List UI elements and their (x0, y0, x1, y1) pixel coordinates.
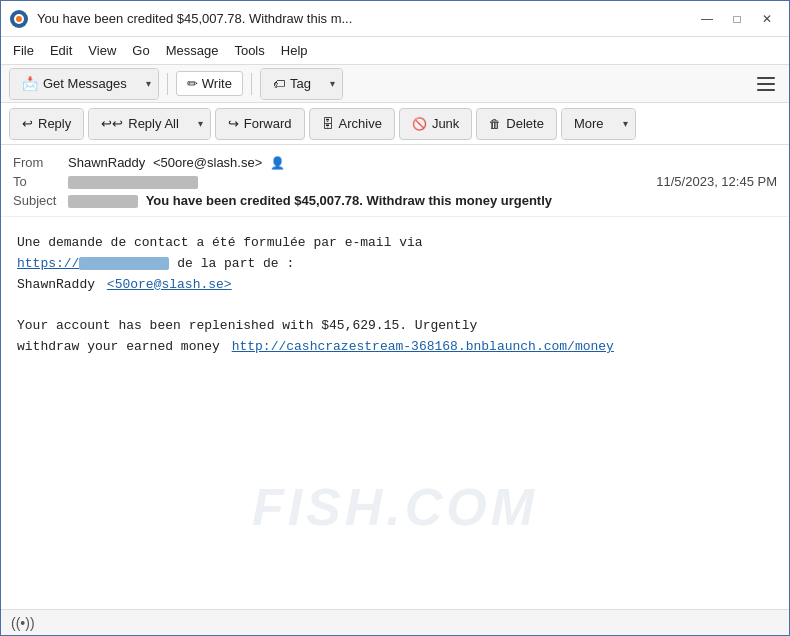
main-window: You have been credited $45,007.78. Withd… (0, 0, 790, 636)
body-sender-email[interactable]: <50ore@slash.se> (107, 277, 232, 292)
window-title: You have been credited $45,007.78. Withd… (37, 11, 693, 26)
from-name: ShawnRaddy (68, 155, 145, 170)
tag-dropdown[interactable]: ▾ (323, 69, 342, 99)
menu-go[interactable]: Go (124, 40, 157, 61)
to-label: To (13, 174, 68, 189)
get-messages-dropdown[interactable]: ▾ (139, 69, 158, 99)
reply-all-split: ↩↩ Reply All ▾ (88, 108, 211, 140)
archive-label: Archive (339, 116, 382, 131)
toolbar-divider-2 (251, 73, 252, 95)
reply-icon: ↩ (22, 116, 33, 131)
body-paragraph-2: Your account has been replenished with $… (17, 316, 773, 358)
status-bar: ((•)) (1, 609, 789, 635)
tag-split: 🏷 Tag ▾ (260, 68, 343, 100)
reply-all-dropdown[interactable]: ▾ (191, 109, 210, 139)
contact-icon: 👤 (270, 156, 285, 170)
hamburger-line-1 (757, 77, 775, 79)
delete-button[interactable]: 🗑 Delete (476, 108, 557, 140)
menu-tools[interactable]: Tools (226, 40, 272, 61)
delete-label: Delete (506, 116, 544, 131)
body-line-1: Une demande de contact a été formulée pa… (17, 235, 423, 250)
from-row: From ShawnRaddy <50ore@slash.se> 👤 (13, 153, 777, 172)
reply-button[interactable]: ↩ Reply (10, 109, 83, 139)
write-label: Write (202, 76, 232, 91)
reply-label: Reply (38, 116, 71, 131)
from-email: <50ore@slash.se> (153, 155, 262, 170)
more-label: More (574, 116, 604, 131)
maximize-button[interactable]: □ (723, 8, 751, 30)
from-label: From (13, 155, 68, 170)
get-messages-label: Get Messages (43, 76, 127, 91)
email-date: 11/5/2023, 12:45 PM (656, 174, 777, 189)
status-icon: ((•)) (11, 615, 35, 631)
subject-row: Subject You have been credited $45,007.7… (13, 191, 777, 210)
from-value: ShawnRaddy <50ore@slash.se> 👤 (68, 155, 777, 170)
hamburger-menu-button[interactable] (751, 70, 781, 98)
svg-point-2 (16, 16, 22, 22)
subject-blurred (68, 195, 138, 208)
body-line-2: de la part de : (177, 256, 294, 271)
body-link-2[interactable]: http://cashcrazestream-368168.bnblaunch.… (232, 339, 614, 354)
to-row: To 11/5/2023, 12:45 PM (13, 172, 777, 191)
get-messages-icon: 📩 (22, 76, 38, 91)
title-bar: You have been credited $45,007.78. Withd… (1, 1, 789, 37)
email-body[interactable]: Une demande de contact a été formulée pa… (1, 217, 789, 609)
to-blurred (68, 176, 198, 189)
tag-label: Tag (290, 76, 311, 91)
subject-label: Subject (13, 193, 68, 208)
tag-icon: 🏷 (273, 77, 285, 91)
junk-label: Junk (432, 116, 459, 131)
delete-icon: 🗑 (489, 117, 501, 131)
menu-bar: File Edit View Go Message Tools Help (1, 37, 789, 65)
subject-value: You have been credited $45,007.78. Withd… (68, 193, 777, 208)
junk-icon: 🚫 (412, 117, 427, 131)
app-icon (9, 9, 29, 29)
tag-button[interactable]: 🏷 Tag (261, 69, 323, 99)
get-messages-button[interactable]: 📩 Get Messages (10, 69, 139, 99)
write-icon: ✏ (187, 76, 198, 91)
window-controls: — □ ✕ (693, 8, 781, 30)
reply-all-label: Reply All (128, 116, 179, 131)
menu-message[interactable]: Message (158, 40, 227, 61)
more-button[interactable]: More (562, 109, 616, 139)
body-sender-name: ShawnRaddy (17, 277, 95, 292)
forward-icon: ↪ (228, 116, 239, 131)
archive-button[interactable]: 🗄 Archive (309, 108, 395, 140)
archive-icon: 🗄 (322, 117, 334, 131)
junk-button[interactable]: 🚫 Junk (399, 108, 472, 140)
body-p2-line1: Your account has been replenished with $… (17, 318, 477, 333)
forward-label: Forward (244, 116, 292, 131)
reply-all-button[interactable]: ↩↩ Reply All (89, 109, 191, 139)
close-button[interactable]: ✕ (753, 8, 781, 30)
hamburger-line-2 (757, 83, 775, 85)
action-bar: ↩ Reply ↩↩ Reply All ▾ ↪ Forward 🗄 Archi… (1, 103, 789, 145)
email-header: From ShawnRaddy <50ore@slash.se> 👤 To 11… (1, 145, 789, 217)
get-messages-split: 📩 Get Messages ▾ (9, 68, 159, 100)
body-p2-line2: withdraw your earned money (17, 339, 220, 354)
write-button[interactable]: ✏ Write (176, 71, 243, 96)
body-paragraph-1: Une demande de contact a été formulée pa… (17, 233, 773, 295)
to-value (68, 174, 656, 189)
menu-view[interactable]: View (80, 40, 124, 61)
menu-help[interactable]: Help (273, 40, 316, 61)
more-dropdown[interactable]: ▾ (616, 109, 635, 139)
toolbar-divider-1 (167, 73, 168, 95)
menu-edit[interactable]: Edit (42, 40, 80, 61)
minimize-button[interactable]: — (693, 8, 721, 30)
body-link-1[interactable]: https:// (17, 256, 169, 271)
reply-split: ↩ Reply (9, 108, 84, 140)
subject-text: You have been credited $45,007.78. Withd… (146, 193, 552, 208)
menu-file[interactable]: File (5, 40, 42, 61)
hamburger-line-3 (757, 89, 775, 91)
watermark: FISH.COM (252, 466, 538, 549)
reply-all-icon: ↩↩ (101, 116, 123, 131)
forward-button[interactable]: ↪ Forward (215, 108, 305, 140)
more-split: More ▾ (561, 108, 636, 140)
toolbar: 📩 Get Messages ▾ ✏ Write 🏷 Tag ▾ (1, 65, 789, 103)
